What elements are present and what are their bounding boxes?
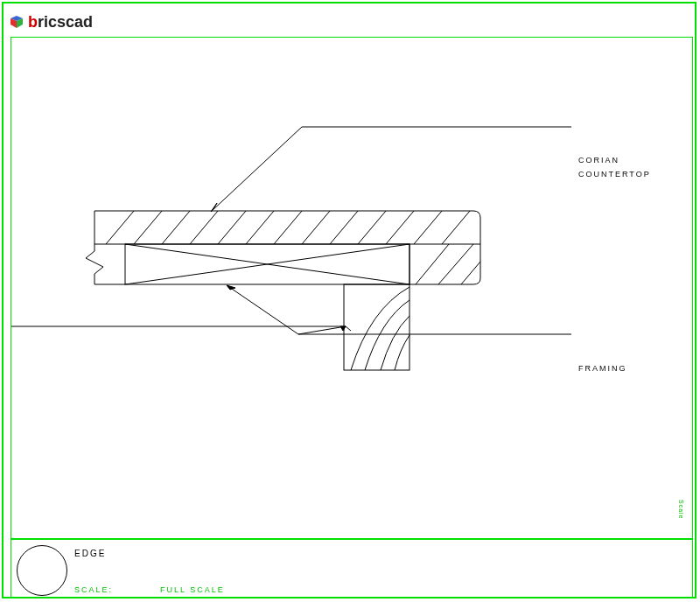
svg-line-8 — [246, 211, 274, 244]
svg-line-14 — [414, 211, 442, 244]
svg-line-7 — [218, 211, 246, 244]
outer-frame: bricscad — [2, 2, 696, 598]
svg-marker-25 — [227, 285, 235, 290]
scale-value: FULL SCALE — [160, 585, 225, 594]
annotation-framing-text: FRAMING — [578, 364, 627, 373]
drawing-title: EDGE — [74, 549, 106, 558]
annotation-corian: CORIAN COUNTERTOP — [578, 153, 651, 181]
cad-drawing — [11, 38, 692, 538]
svg-line-4 — [134, 211, 162, 244]
svg-line-3 — [106, 211, 134, 244]
svg-line-9 — [274, 211, 302, 244]
svg-line-18 — [461, 262, 480, 284]
app-logo: bricscad — [9, 9, 93, 35]
svg-line-13 — [386, 211, 414, 244]
svg-line-15 — [442, 211, 470, 244]
svg-line-27 — [298, 326, 346, 334]
scale-label: SCALE: — [74, 585, 113, 594]
drawing-viewport[interactable]: CORIAN COUNTERTOP FRAMING — [10, 37, 693, 539]
svg-line-5 — [162, 211, 190, 244]
annotation-corian-line2: COUNTERTOP — [578, 167, 651, 181]
app-logo-text: bricscad — [28, 13, 93, 32]
annotation-corian-line1: CORIAN — [578, 153, 651, 167]
annotation-framing: FRAMING — [578, 361, 627, 375]
title-marker-circle — [17, 545, 67, 596]
svg-line-11 — [330, 211, 358, 244]
svg-line-10 — [302, 211, 330, 244]
logo-letter-b: b — [28, 13, 38, 31]
logo-rest: ricscad — [38, 13, 93, 31]
side-scale-text: Scale — [678, 500, 684, 520]
svg-line-6 — [190, 211, 218, 244]
svg-marker-28 — [340, 326, 346, 331]
svg-line-12 — [358, 211, 386, 244]
bricscad-icon — [9, 14, 24, 30]
title-block: EDGE SCALE: FULL SCALE — [10, 539, 693, 598]
